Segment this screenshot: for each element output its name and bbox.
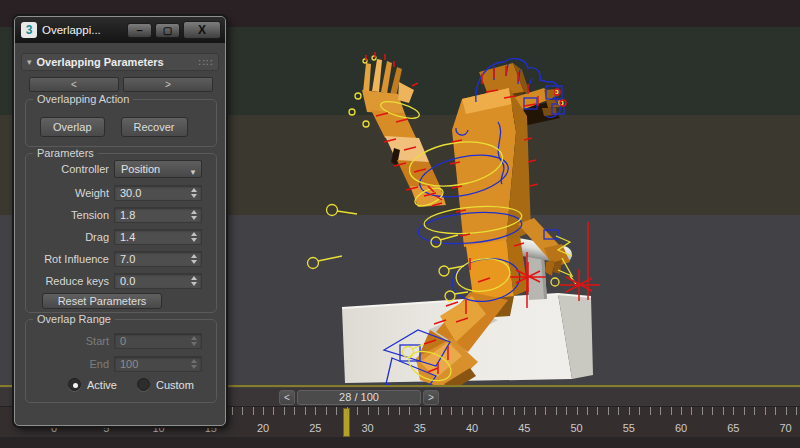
close-button[interactable]: X (183, 21, 221, 39)
recover-button[interactable]: Recover (121, 117, 188, 137)
ruler-tick (733, 407, 734, 415)
ruler-tick (441, 407, 442, 415)
rollout-header[interactable]: ▾ Overlapping Parameters ∷∷ (21, 53, 219, 71)
reset-parameters-button[interactable]: Reset Parameters (42, 293, 162, 309)
end-value: 100 (120, 358, 138, 370)
ruler-tick (347, 407, 348, 415)
start-spinner (188, 334, 200, 348)
ruler-tick (775, 407, 776, 415)
ruler-tick (462, 407, 463, 415)
ruler-tick (514, 407, 515, 415)
ruler-tick (545, 407, 546, 415)
ruler-tick (597, 407, 598, 415)
ruler-tick (702, 407, 703, 415)
active-radio-label: Active (87, 379, 117, 391)
group-label: Overlapping Action (33, 93, 133, 105)
ruler-tick (399, 407, 400, 415)
start-field: 0 (114, 333, 202, 349)
maximize-button[interactable]: ▢ (155, 23, 180, 38)
ruler-tick (378, 407, 379, 415)
rollout-title: Overlapping Parameters (37, 56, 164, 68)
end-label: End (26, 358, 114, 370)
weight-label: Weight (26, 187, 114, 199)
ruler-tick (524, 407, 525, 415)
ruler-frame-label: 55 (623, 422, 635, 434)
group-overlapping-action: Overlapping Action Overlap Recover (25, 99, 217, 147)
ruler-tick (242, 407, 243, 415)
ruler-tick (368, 407, 369, 415)
ruler-tick (639, 407, 640, 415)
custom-radio[interactable] (137, 378, 150, 391)
ruler-tick (650, 407, 651, 415)
ruler-tick (681, 407, 682, 415)
reduce-keys-field[interactable]: 0.0 (114, 273, 202, 289)
tension-label: Tension (26, 209, 114, 221)
ruler-tick (587, 407, 588, 415)
next-rollout-button[interactable]: > (123, 77, 213, 92)
start-label: Start (26, 335, 114, 347)
ruler-tick (765, 407, 766, 415)
group-label: Overlap Range (33, 313, 115, 325)
ruler-tick (253, 407, 254, 415)
ruler-tick (326, 407, 327, 415)
tension-spinner[interactable] (188, 208, 200, 222)
overlap-button[interactable]: Overlap (40, 117, 105, 137)
reduce-keys-spinner[interactable] (188, 274, 200, 288)
ruler-tick (566, 407, 567, 415)
ruler-tick (503, 407, 504, 415)
reduce-keys-label: Reduce keys (26, 275, 114, 287)
tension-field[interactable]: 1.8 (114, 207, 202, 223)
ruler-tick (263, 407, 264, 415)
app-logo-icon: 3 (21, 22, 37, 38)
ruler-tick (618, 407, 619, 415)
weight-value: 30.0 (120, 187, 141, 199)
drag-field[interactable]: 1.4 (114, 229, 202, 245)
drag-value: 1.4 (120, 231, 135, 243)
chevron-down-icon: ▼ (189, 165, 197, 181)
rot-influence-field[interactable]: 7.0 (114, 251, 202, 267)
dialog-title-bar[interactable]: 3 Overlappi... ‒ ▢ X (15, 17, 225, 43)
rot-influence-label: Rot Influence (26, 253, 114, 265)
group-label: Parameters (33, 147, 98, 159)
ruler-frame-label: 40 (466, 422, 478, 434)
ruler-tick (294, 407, 295, 415)
ruler-tick (577, 407, 578, 415)
ruler-tick (472, 407, 473, 415)
ruler-tick (388, 407, 389, 415)
rot-influence-spinner[interactable] (188, 252, 200, 266)
weight-spinner[interactable] (188, 186, 200, 200)
ruler-tick (535, 407, 536, 415)
ruler-frame-label: 35 (414, 422, 426, 434)
ruler-tick (691, 407, 692, 415)
rollout-grip-icon[interactable]: ∷∷ (198, 57, 213, 68)
ruler-frame-label: 65 (727, 422, 739, 434)
previous-frame-button[interactable]: < (279, 390, 295, 405)
prev-rollout-button[interactable]: < (29, 77, 119, 92)
ruler-tick (660, 407, 661, 415)
ruler-tick (451, 407, 452, 415)
current-frame-display[interactable]: 28 / 100 (297, 390, 421, 405)
weight-field[interactable]: 30.0 (114, 185, 202, 201)
ruler-tick (409, 407, 410, 415)
ruler-tick (723, 407, 724, 415)
drag-label: Drag (26, 231, 114, 243)
ruler-tick (430, 407, 431, 415)
controller-value: Position (121, 163, 160, 175)
ruler-tick (493, 407, 494, 415)
ruler-tick (315, 407, 316, 415)
rollout-collapse-icon[interactable]: ▾ (27, 57, 32, 67)
ruler-tick (608, 407, 609, 415)
status-bar (0, 437, 800, 448)
ruler-tick (482, 407, 483, 415)
next-frame-button[interactable]: > (423, 390, 439, 405)
minimize-button[interactable]: ‒ (127, 23, 152, 38)
controller-dropdown[interactable]: Position ▼ (114, 160, 202, 178)
active-radio[interactable] (68, 378, 81, 391)
ruler-frame-label: 30 (361, 422, 373, 434)
reduce-keys-value: 0.0 (120, 275, 135, 287)
ruler-tick (744, 407, 745, 415)
overlapping-dialog: 3 Overlappi... ‒ ▢ X ▾ Overlapping Param… (14, 16, 226, 426)
drag-spinner[interactable] (188, 230, 200, 244)
ruler-tick (671, 407, 672, 415)
ruler-tick (754, 407, 755, 415)
